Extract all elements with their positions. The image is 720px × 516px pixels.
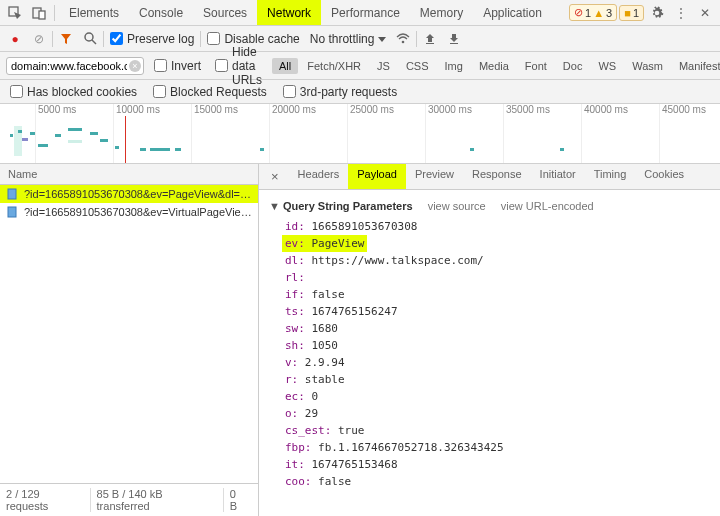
filter-input[interactable] [6, 57, 144, 75]
timeline-tick: 35000 ms [503, 104, 550, 163]
query-param: cs_est: true [269, 422, 710, 439]
search-icon[interactable] [79, 28, 101, 50]
payload-body: ▼ Query String Parameters view source vi… [259, 190, 720, 516]
filter-icon[interactable] [55, 28, 77, 50]
name-column-header[interactable]: Name [0, 164, 258, 185]
detail-tab-headers[interactable]: Headers [289, 164, 349, 189]
tab-application[interactable]: Application [473, 0, 552, 25]
request-detail-panel: × HeadersPayloadPreviewResponseInitiator… [259, 164, 720, 516]
query-param: id: 1665891053670308 [269, 218, 710, 235]
device-icon[interactable] [28, 2, 50, 24]
detail-tab-response[interactable]: Response [463, 164, 531, 189]
query-param: v: 2.9.94 [269, 354, 710, 371]
tab-elements[interactable]: Elements [59, 0, 129, 25]
close-detail-icon[interactable]: × [263, 167, 287, 186]
timeline-tick: 30000 ms [425, 104, 472, 163]
section-title: Query String Parameters [283, 200, 413, 212]
third-party-checkbox[interactable]: 3rd-party requests [279, 85, 401, 99]
tab-sources[interactable]: Sources [193, 0, 257, 25]
issues-badge[interactable]: ■1 [619, 5, 644, 21]
query-param: fbp: fb.1.1674667052718.326343425 [269, 439, 710, 456]
detail-tab-payload[interactable]: Payload [348, 164, 406, 189]
filter-type-all[interactable]: All [272, 58, 298, 74]
svg-point-5 [401, 40, 404, 43]
file-icon [6, 206, 18, 218]
view-url-encoded-link[interactable]: view URL-encoded [501, 200, 594, 212]
record-icon[interactable]: ● [4, 28, 26, 50]
clear-icon[interactable]: ⊘ [28, 28, 50, 50]
filter-type-media[interactable]: Media [472, 58, 516, 74]
query-param: rl: [269, 269, 710, 286]
invert-checkbox[interactable]: Invert [150, 59, 205, 73]
timeline-tick: 10000 ms [113, 104, 160, 163]
preserve-log-checkbox[interactable]: Preserve log [106, 32, 198, 46]
detail-tabs: × HeadersPayloadPreviewResponseInitiator… [259, 164, 720, 190]
query-param: coo: false [269, 473, 710, 490]
filter-type-img[interactable]: Img [438, 58, 470, 74]
download-icon[interactable] [443, 28, 465, 50]
filter-type-fetch-xhr[interactable]: Fetch/XHR [300, 58, 368, 74]
request-list-panel: Name ?id=1665891053670308&ev=PageView&dl… [0, 164, 259, 516]
request-row[interactable]: ?id=1665891053670308&ev=VirtualPageView&… [0, 203, 258, 221]
svg-line-4 [92, 40, 96, 44]
filter-type-manifest[interactable]: Manifest [672, 58, 720, 74]
status-bar: 2 / 129 requests 85 B / 140 kB transferr… [0, 483, 258, 516]
query-param: sh: 1050 [269, 337, 710, 354]
query-param: if: false [269, 286, 710, 303]
detail-tab-preview[interactable]: Preview [406, 164, 463, 189]
tab-performance[interactable]: Performance [321, 0, 410, 25]
blocked-requests-checkbox[interactable]: Blocked Requests [149, 85, 271, 99]
timeline-tick: 20000 ms [269, 104, 316, 163]
tab-memory[interactable]: Memory [410, 0, 473, 25]
detail-tab-cookies[interactable]: Cookies [635, 164, 693, 189]
timeline-tick: 40000 ms [581, 104, 628, 163]
filter-type-js[interactable]: JS [370, 58, 397, 74]
upload-icon[interactable] [419, 28, 441, 50]
disable-cache-checkbox[interactable]: Disable cache [203, 32, 303, 46]
filter-type-wasm[interactable]: Wasm [625, 58, 670, 74]
error-badge[interactable]: ⊘1 ▲3 [569, 4, 617, 21]
filter-bar: × Invert Hide data URLs AllFetch/XHRJSCS… [0, 52, 720, 80]
wifi-icon[interactable] [392, 28, 414, 50]
svg-point-3 [85, 33, 93, 41]
timeline-tick: 15000 ms [191, 104, 238, 163]
query-param: r: stable [269, 371, 710, 388]
gear-icon[interactable] [646, 2, 668, 24]
tab-console[interactable]: Console [129, 0, 193, 25]
detail-tab-initiator[interactable]: Initiator [531, 164, 585, 189]
detail-tab-timing[interactable]: Timing [585, 164, 636, 189]
query-param: sw: 1680 [269, 320, 710, 337]
request-row[interactable]: ?id=1665891053670308&ev=PageView&dl=htt… [0, 185, 258, 203]
clear-filter-icon[interactable]: × [129, 60, 141, 72]
timeline-tick: 45000 ms [659, 104, 706, 163]
timeline-tick: 25000 ms [347, 104, 394, 163]
query-param: ev: PageView [282, 235, 367, 252]
query-param: it: 1674765153468 [269, 456, 710, 473]
blocked-cookies-checkbox[interactable]: Has blocked cookies [6, 85, 141, 99]
filter-type-doc[interactable]: Doc [556, 58, 590, 74]
svg-rect-6 [8, 189, 16, 199]
hide-data-urls-checkbox[interactable]: Hide data URLs [211, 45, 266, 87]
query-param: ts: 1674765156247 [269, 303, 710, 320]
throttle-select[interactable]: No throttling [306, 30, 390, 48]
close-devtools-icon[interactable]: ✕ [694, 2, 716, 24]
view-source-link[interactable]: view source [428, 200, 486, 212]
inspect-icon[interactable] [4, 2, 26, 24]
cookie-filter-bar: Has blocked cookies Blocked Requests 3rd… [0, 80, 720, 104]
svg-rect-2 [39, 11, 45, 19]
main-toolbar: ElementsConsoleSourcesNetworkPerformance… [0, 0, 720, 26]
query-param: dl: https://www.talkspace.com/ [269, 252, 710, 269]
kebab-icon[interactable]: ⋮ [670, 2, 692, 24]
query-param: o: 29 [269, 405, 710, 422]
network-toolbar: ● ⊘ Preserve log Disable cache No thrott… [0, 26, 720, 52]
filter-type-ws[interactable]: WS [591, 58, 623, 74]
query-param: ec: 0 [269, 388, 710, 405]
file-icon [6, 188, 18, 200]
svg-rect-7 [8, 207, 16, 217]
filter-type-font[interactable]: Font [518, 58, 554, 74]
timeline[interactable]: 5000 ms10000 ms15000 ms20000 ms25000 ms3… [0, 104, 720, 164]
filter-type-css[interactable]: CSS [399, 58, 436, 74]
tab-network[interactable]: Network [257, 0, 321, 25]
